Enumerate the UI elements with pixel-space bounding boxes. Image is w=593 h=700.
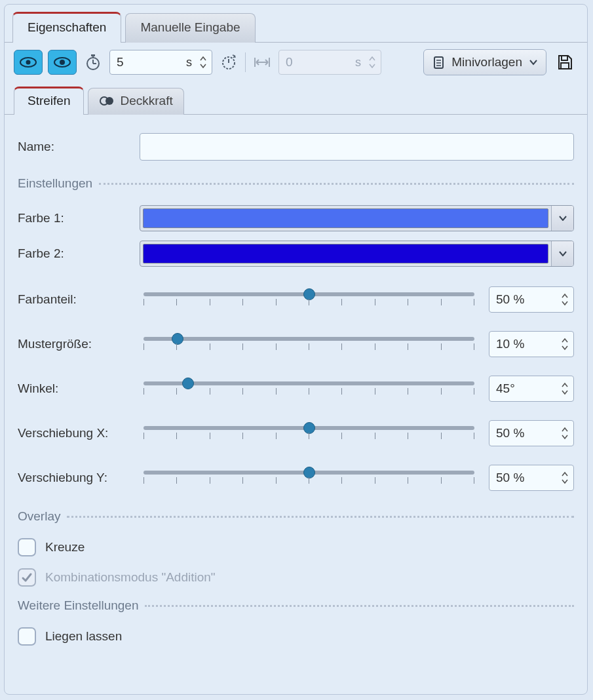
main-tab-bar: Eigenschaften Manuelle Eingabe: [5, 5, 587, 43]
duration-down[interactable]: [199, 62, 208, 70]
versch_y-value: 50 %: [496, 471, 558, 485]
winkel-down[interactable]: [560, 389, 569, 397]
farbanteil-up[interactable]: [560, 292, 569, 300]
save-button[interactable]: [552, 50, 578, 75]
winkel-value-box[interactable]: 45°: [489, 376, 574, 402]
versch_y-down[interactable]: [560, 478, 569, 486]
farbanteil-row: Farbanteil:50 %: [18, 286, 574, 313]
winkel-label: Winkel:: [18, 381, 129, 396]
chevron-down-icon: [559, 216, 567, 221]
versch_y-row: Verschiebung Y:50 %: [18, 465, 574, 491]
width-lock-button[interactable]: [251, 50, 273, 75]
width-up: [368, 54, 377, 62]
color1-picker[interactable]: [140, 205, 574, 231]
tab-manual-input[interactable]: Manuelle Eingabe: [125, 13, 255, 43]
versch_x-value-box[interactable]: 50 %: [489, 420, 574, 446]
tab-opacity[interactable]: Deckkraft: [88, 88, 183, 115]
eye-icon: [54, 56, 71, 68]
stopwatch-icon: [85, 54, 101, 71]
addition-label: Kombinationsmodus "Addition": [45, 570, 216, 585]
stopwatch-button[interactable]: [82, 50, 104, 75]
mustergroesse-label: Mustergröße:: [18, 337, 129, 351]
chevron-down-icon: [529, 59, 538, 66]
kreuze-row: Kreuze: [18, 538, 574, 556]
farbanteil-value-box[interactable]: 50 %: [489, 286, 574, 313]
sub-tab-bar: Streifen Deckkraft: [5, 82, 587, 115]
svg-point-21: [105, 97, 113, 105]
section-title: Overlay: [18, 509, 60, 524]
width-spinners: [368, 54, 377, 70]
color2-menu[interactable]: [551, 241, 573, 266]
winkel-up[interactable]: [560, 381, 569, 389]
duration-spinners: [199, 54, 208, 70]
mustergroesse-down[interactable]: [560, 344, 569, 352]
svg-point-3: [60, 60, 65, 65]
color2-picker[interactable]: [140, 241, 574, 267]
color2-swatch: [143, 244, 548, 263]
templates-label: Minivorlagen: [451, 55, 522, 69]
tab-properties[interactable]: Eigenschaften: [12, 12, 121, 43]
duration-spinbox[interactable]: s: [109, 50, 212, 75]
svg-rect-5: [91, 54, 95, 56]
duration-up[interactable]: [199, 54, 208, 62]
color1-swatch: [143, 208, 548, 228]
chevron-down-icon: [559, 251, 567, 256]
versch_x-value: 50 %: [496, 426, 558, 440]
kreuze-label: Kreuze: [45, 540, 85, 554]
reset-clock-icon: [220, 54, 237, 71]
mustergroesse-value-box[interactable]: 10 %: [489, 331, 574, 357]
width-spinbox: s: [278, 50, 381, 75]
versch_y-up[interactable]: [560, 470, 569, 478]
farbanteil-slider[interactable]: [141, 292, 477, 307]
visibility-button[interactable]: [48, 50, 77, 75]
section-more: Weitere Einstellungen: [18, 598, 574, 613]
save-icon: [556, 54, 573, 71]
width-down: [368, 62, 377, 70]
toolbar-divider: [245, 52, 246, 72]
winkel-row: Winkel:45°: [18, 376, 574, 402]
tab-label: Eigenschaften: [28, 20, 106, 34]
section-overlay: Overlay: [18, 509, 574, 524]
color1-menu[interactable]: [551, 206, 573, 231]
template-icon: [432, 55, 445, 69]
mustergroesse-up[interactable]: [560, 336, 569, 344]
liegen-row: Liegen lassen: [18, 627, 574, 646]
versch_x-down[interactable]: [560, 433, 569, 441]
section-settings: Einstellungen: [18, 176, 574, 191]
svg-rect-19: [561, 63, 569, 69]
templates-dropdown[interactable]: Minivorlagen: [423, 49, 546, 75]
width-unit: s: [355, 56, 361, 69]
content-area: Name: Einstellungen Farbe 1: Farbe 2:: [5, 115, 587, 669]
versch_y-label: Verschiebung Y:: [18, 471, 129, 485]
versch_x-up[interactable]: [560, 425, 569, 433]
section-divider: [99, 183, 574, 185]
section-divider: [67, 516, 574, 518]
reset-time-button[interactable]: [218, 50, 240, 75]
winkel-slider[interactable]: [141, 381, 477, 396]
farbanteil-down[interactable]: [560, 300, 569, 307]
kreuze-checkbox[interactable]: [18, 538, 36, 556]
duration-input[interactable]: [117, 55, 182, 69]
versch_y-value-box[interactable]: 50 %: [489, 465, 574, 491]
name-input[interactable]: [140, 133, 574, 161]
check-icon: [21, 572, 33, 583]
farbanteil-label: Farbanteil:: [18, 292, 129, 307]
farbanteil-value: 50 %: [496, 292, 558, 307]
mustergroesse-row: Mustergröße:10 %: [18, 331, 574, 357]
section-title: Einstellungen: [18, 176, 92, 191]
horizontal-arrows-icon: [254, 56, 271, 69]
versch_y-slider[interactable]: [141, 471, 477, 485]
svg-rect-18: [562, 56, 567, 60]
liegen-checkbox[interactable]: [18, 627, 36, 646]
mustergroesse-slider[interactable]: [141, 337, 477, 351]
color1-row: Farbe 1:: [18, 205, 574, 231]
addition-checkbox: [18, 568, 36, 587]
tab-stripes[interactable]: Streifen: [14, 87, 84, 115]
name-row: Name:: [18, 133, 574, 161]
link-visibility-button[interactable]: [14, 50, 43, 75]
properties-panel: Eigenschaften Manuelle Eingabe: [4, 4, 588, 695]
winkel-value: 45°: [496, 381, 558, 396]
opacity-icon: [99, 95, 115, 107]
versch_x-slider[interactable]: [141, 426, 477, 440]
color2-label: Farbe 2:: [18, 246, 129, 261]
